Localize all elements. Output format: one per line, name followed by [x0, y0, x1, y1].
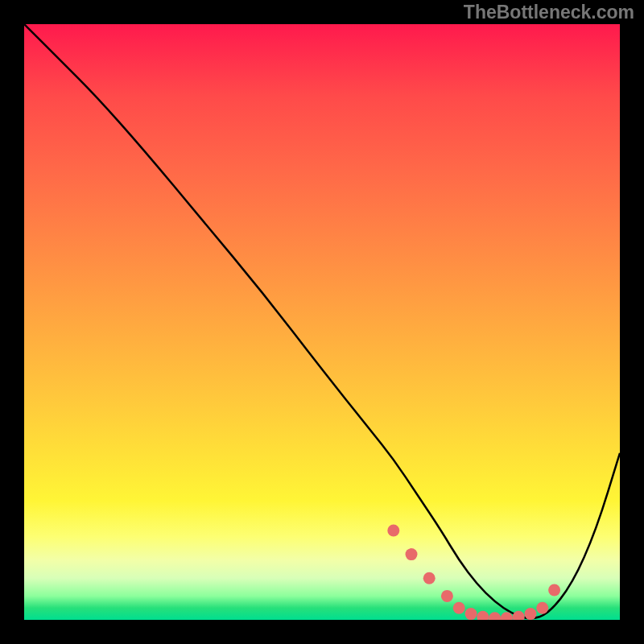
- bottleneck-chart: [24, 24, 620, 620]
- scatter-marker: [489, 612, 501, 620]
- watermark-text: TheBottleneck.com: [464, 2, 634, 23]
- scatter-marker: [453, 602, 465, 614]
- scatter-marker: [536, 602, 548, 614]
- scatter-marker: [525, 608, 537, 620]
- scatter-marker: [406, 548, 418, 560]
- scatter-marker: [441, 590, 453, 602]
- scatter-marker: [513, 611, 525, 620]
- scatter-marker: [548, 584, 560, 597]
- scatter-marker: [423, 572, 436, 584]
- scatter-marker: [477, 611, 489, 620]
- scatter-marker: [387, 525, 399, 537]
- scatter-marker-group: [387, 525, 560, 621]
- scatter-marker: [465, 608, 477, 620]
- bottleneck-curve-path: [24, 24, 620, 618]
